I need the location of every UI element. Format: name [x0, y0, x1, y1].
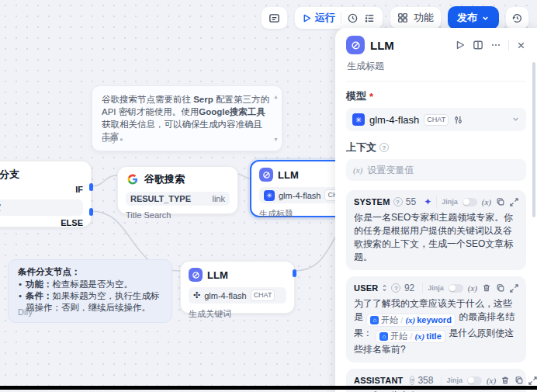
- help-icon: ?: [391, 283, 400, 293]
- close-icon[interactable]: [516, 40, 526, 50]
- prompt-generator-icon[interactable]: ✦: [424, 196, 431, 207]
- glm-model-icon: ✳: [352, 113, 365, 126]
- start-node-icon: ⌂: [370, 316, 379, 324]
- required-asterisk: *: [369, 91, 373, 102]
- token-count: 92: [404, 283, 414, 293]
- variable-chip[interactable]: ⌂开始/(x)keyword: [366, 314, 456, 327]
- jinja-label: Jinja: [428, 284, 444, 292]
- note-serp[interactable]: 谷歌搜索节点需要前往 Serp 配置第三方的 API 密钥才能使用。使用Goog…: [92, 85, 282, 151]
- note-branch-item: 条件：如果标题为空，执行生成标题操作；否则，继续后续操作。: [18, 290, 164, 314]
- if-output-port[interactable]: [89, 183, 93, 191]
- node-title: LLM: [278, 169, 299, 181]
- panel-scrollbar[interactable]: [532, 62, 535, 217]
- role-label: ASSISTANT: [354, 376, 404, 385]
- run-history-icon[interactable]: [347, 12, 359, 24]
- variable-icon: (x): [353, 165, 362, 175]
- note-scrollbar[interactable]: ▲▼: [272, 91, 279, 146]
- run-button[interactable]: 运行: [302, 11, 335, 25]
- output-port[interactable]: [293, 269, 296, 277]
- insert-variable-icon[interactable]: (x): [487, 376, 496, 385]
- node-llm-generate-keyword[interactable]: LLM ✣ glm-4-flash CHAT 生成关键词: [180, 261, 295, 314]
- model-params-icon[interactable]: [453, 115, 463, 125]
- panel-title: LLM: [370, 39, 449, 52]
- context-label: 上下文?: [346, 140, 526, 154]
- note-footer: Dify: [102, 133, 116, 145]
- role-label: USER: [354, 283, 378, 293]
- tools-divider: [422, 283, 423, 293]
- model-select[interactable]: ✳ glm-4-flash CHAT: [346, 108, 526, 131]
- help-icon: ?: [393, 197, 403, 206]
- model-row: ✣ glm-4-flash CHAT: [189, 287, 286, 304]
- insert-variable-icon[interactable]: (x): [468, 283, 477, 293]
- else-output-port[interactable]: [89, 208, 93, 216]
- note-branch-list: 功能：检查标题是否为空。 条件：如果标题为空，执行生成标题操作；否则，继续后续操…: [18, 279, 164, 314]
- copy-icon[interactable]: [514, 376, 524, 385]
- llm-icon: [189, 268, 203, 282]
- expand-icon[interactable]: [510, 284, 518, 293]
- glm-model-icon: ✳: [264, 190, 275, 201]
- note-branch-item: 功能：检查标题是否为空。: [18, 279, 164, 290]
- note-footer: Dify: [18, 307, 33, 318]
- history-icon: [511, 12, 523, 24]
- expand-icon[interactable]: [510, 198, 518, 206]
- node-condition-branch[interactable]: 条件分支 IF title 为空 ELSE: [0, 161, 92, 227]
- publish-label: 发布: [457, 11, 477, 25]
- variable-chip[interactable]: ⌂开始/(x)title: [376, 330, 445, 343]
- features-label: 功能: [414, 11, 434, 25]
- jinja-toggle[interactable]: [463, 198, 477, 206]
- llm-icon: [346, 36, 365, 54]
- toolbar-divider: [341, 12, 341, 23]
- prompt-block-user[interactable]: USER ? 92 Jinja (x) 为了了解我的文章应该关于什么，这些是 ⌂…: [346, 276, 526, 363]
- node-desc: 生成关键词: [189, 308, 286, 320]
- more-icon[interactable]: [490, 40, 501, 50]
- copy-icon[interactable]: [496, 197, 505, 206]
- jinja-toggle[interactable]: [449, 284, 463, 293]
- jinja-label: Jinja: [446, 376, 463, 384]
- copy-icon[interactable]: [496, 283, 505, 293]
- publish-button[interactable]: 发布: [448, 6, 499, 29]
- else-label: ELSE: [0, 218, 83, 227]
- param-row: RESULT_TYPE link: [126, 192, 230, 206]
- checklist-icon[interactable]: [364, 12, 376, 24]
- node-title: LLM: [207, 269, 228, 281]
- tools-divider: [441, 375, 442, 386]
- prompt-text[interactable]: 你是一名SEO专家和主题领域专家。你的任务是根据用户提供的关键词以及谷歌搜索的上…: [354, 211, 518, 264]
- insert-variable-icon[interactable]: (x): [482, 197, 491, 206]
- run-label: 运行: [315, 11, 335, 25]
- chat-badge: CHAT: [251, 290, 275, 301]
- prompt-text[interactable]: 为了了解我的文章应该关于什么，这些是 ⌂开始/(x)keyword 的最高排名结…: [354, 297, 518, 356]
- llm-config-panel: LLM 生成标题 模型* ✳ glm-4-flash CHAT 上下文?: [335, 28, 537, 392]
- header-divider: [508, 40, 509, 50]
- tools-divider: [436, 196, 437, 207]
- env-variables-button[interactable]: [261, 6, 288, 29]
- version-history-button[interactable]: [505, 6, 529, 29]
- window-bottom-edge: [0, 386, 537, 390]
- role-label: SYSTEM: [354, 197, 390, 206]
- token-count: 358: [417, 375, 433, 386]
- panel-subtitle: 生成标题: [347, 60, 526, 73]
- blocks-icon: [397, 12, 408, 23]
- condition-row[interactable]: title 为空: [0, 199, 83, 216]
- node-google-search[interactable]: 谷歌搜索 RESULT_TYPE link Title Search: [117, 166, 238, 214]
- start-node-icon: ⌂: [379, 332, 388, 341]
- role-switch-icon[interactable]: [381, 284, 388, 292]
- note-branch[interactable]: 条件分支节点： 功能：检查标题是否为空。 条件：如果标题为空，执行生成标题操作；…: [8, 259, 172, 323]
- delete-icon[interactable]: [501, 376, 510, 385]
- top-toolbar: 运行 功能 发布: [261, 6, 529, 29]
- expand-icon[interactable]: [528, 376, 537, 385]
- node-title: 谷歌搜索: [144, 172, 185, 186]
- run-node-icon[interactable]: [455, 40, 466, 50]
- prompt-block-system[interactable]: SYSTEM ? 55 ✦ Jinja (x) 你是一名SEO专家和主题领域专家…: [346, 190, 526, 270]
- note-serp-text: 谷歌搜索节点需要前往 Serp 配置第三方的 API 密钥才能使用。使用Goog…: [102, 93, 269, 143]
- model-label: 模型*: [346, 89, 526, 103]
- context-variable-input[interactable]: (x) 设置变量值: [346, 159, 526, 181]
- jinja-toggle[interactable]: [467, 376, 482, 385]
- model-loading-icon: ✣: [193, 290, 200, 300]
- node-desc: Title Search: [126, 210, 230, 220]
- split-view-icon[interactable]: [473, 40, 483, 50]
- features-button[interactable]: 功能: [390, 6, 442, 29]
- note-branch-title: 条件分支节点：: [18, 266, 164, 278]
- if-label: IF: [0, 185, 83, 194]
- delete-icon[interactable]: [482, 283, 491, 293]
- divider: [346, 81, 526, 82]
